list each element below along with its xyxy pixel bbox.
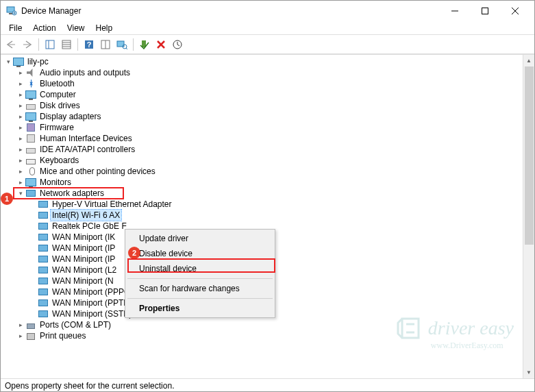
computer-icon bbox=[25, 89, 36, 100]
expand-icon[interactable]: ▸ bbox=[16, 177, 25, 188]
tree-category[interactable]: ▸Display adapters bbox=[3, 111, 534, 122]
tree-category[interactable]: ▸Monitors bbox=[3, 177, 534, 188]
network-adapter-icon bbox=[38, 308, 49, 319]
network-adapter-icon bbox=[38, 221, 49, 232]
tree-category[interactable]: ▸Human Interface Devices bbox=[3, 133, 534, 144]
menubar: File Action View Help bbox=[1, 21, 534, 35]
tree-device-label: WAN Miniport (IP bbox=[51, 254, 116, 265]
context-menu-scan-hardware[interactable]: Scan for hardware changes bbox=[127, 281, 273, 296]
update-driver-button[interactable] bbox=[170, 37, 185, 52]
expand-icon[interactable]: ▸ bbox=[16, 133, 25, 144]
tree-category-label: Monitors bbox=[38, 177, 73, 188]
vertical-scrollbar[interactable]: ▲ ▼ bbox=[523, 55, 534, 378]
app-icon bbox=[6, 5, 17, 16]
uninstall-device-button[interactable] bbox=[153, 37, 169, 52]
context-menu-properties[interactable]: Properties bbox=[127, 301, 273, 316]
titlebar: Device Manager bbox=[1, 1, 534, 21]
minimize-button[interactable] bbox=[440, 1, 470, 21]
tree-device-selected[interactable]: Intel(R) Wi-Fi 6 AX bbox=[3, 210, 534, 221]
tree-category-network[interactable]: ▾Network adapters bbox=[3, 188, 534, 199]
tree-category[interactable]: ▸Print queues bbox=[3, 330, 534, 341]
scroll-down-icon[interactable]: ▼ bbox=[523, 367, 534, 378]
scroll-up-icon[interactable]: ▲ bbox=[523, 55, 534, 66]
menu-view[interactable]: View bbox=[62, 22, 90, 34]
expand-icon[interactable]: ▸ bbox=[16, 330, 25, 341]
tree-list-button[interactable] bbox=[98, 37, 113, 52]
expand-icon[interactable]: ▸ bbox=[16, 319, 25, 330]
expand-icon[interactable]: ▸ bbox=[16, 122, 25, 133]
context-menu-uninstall-device[interactable]: Uninstall device bbox=[127, 261, 273, 276]
mouse-icon bbox=[25, 166, 36, 177]
tree-category-label: IDE ATA/ATAPI controllers bbox=[38, 144, 136, 155]
network-adapter-icon bbox=[38, 286, 49, 297]
network-adapter-icon bbox=[38, 232, 49, 243]
help-button[interactable]: ? bbox=[82, 37, 97, 52]
svg-rect-9 bbox=[46, 40, 54, 49]
menu-action[interactable]: Action bbox=[27, 22, 61, 34]
expand-icon[interactable]: ▸ bbox=[16, 67, 25, 78]
content-area: ▾ lily-pc ▸Audio inputs and outputs ▸ᚼBl… bbox=[1, 54, 534, 378]
show-hide-console-button[interactable] bbox=[42, 37, 58, 52]
tree-category[interactable]: ▸IDE ATA/ATAPI controllers bbox=[3, 144, 534, 155]
tree-category[interactable]: ▸Audio inputs and outputs bbox=[3, 67, 534, 78]
expand-icon[interactable]: ▸ bbox=[16, 78, 25, 89]
collapse-icon[interactable]: ▾ bbox=[16, 188, 25, 199]
expand-icon[interactable]: ▸ bbox=[16, 100, 25, 111]
close-button[interactable] bbox=[500, 1, 530, 21]
tree-category-label: Print queues bbox=[38, 330, 87, 341]
sound-icon bbox=[25, 67, 36, 78]
expand-icon[interactable]: ▸ bbox=[16, 111, 25, 122]
maximize-button[interactable] bbox=[470, 1, 500, 21]
tree-category-label: Computer bbox=[38, 89, 77, 100]
statusbar: Opens property sheet for the current sel… bbox=[1, 378, 534, 392]
enable-device-button[interactable] bbox=[137, 37, 152, 52]
network-adapter-icon bbox=[38, 199, 49, 210]
collapse-icon[interactable]: ▾ bbox=[3, 56, 13, 67]
forward-button[interactable] bbox=[20, 37, 35, 52]
context-menu-disable-device[interactable]: Disable device bbox=[127, 246, 273, 261]
toolbar-separator bbox=[77, 38, 78, 51]
tree-device-label: WAN Miniport (SSTP) bbox=[51, 308, 133, 319]
scroll-thumb[interactable] bbox=[525, 66, 534, 245]
chip-icon bbox=[25, 122, 36, 133]
menu-file[interactable]: File bbox=[3, 22, 27, 34]
tree-category[interactable]: ▸Keyboards bbox=[3, 155, 534, 166]
network-adapter-icon bbox=[38, 297, 49, 308]
network-icon bbox=[25, 188, 36, 199]
context-menu-update-driver[interactable]: Update driver bbox=[127, 231, 273, 246]
hid-icon bbox=[25, 133, 36, 144]
properties-button[interactable] bbox=[59, 37, 74, 52]
svg-line-21 bbox=[126, 48, 127, 49]
tree-category-label: Bluetooth bbox=[38, 78, 76, 89]
drive-icon bbox=[25, 100, 36, 111]
network-adapter-icon bbox=[38, 265, 49, 275]
bluetooth-icon: ᚼ bbox=[25, 78, 36, 89]
tree-category[interactable]: ▸Mice and other pointing devices bbox=[3, 166, 534, 177]
tree-root-label: lily-pc bbox=[26, 56, 50, 67]
tree-category[interactable]: ▸Firmware bbox=[3, 122, 534, 133]
tree-category[interactable]: ▸ᚼBluetooth bbox=[3, 78, 534, 89]
network-adapter-icon bbox=[38, 210, 49, 221]
scan-hardware-button[interactable] bbox=[114, 37, 129, 52]
tree-category-label: Human Interface Devices bbox=[38, 133, 134, 144]
tree-device-label: WAN Miniport (N bbox=[51, 275, 115, 286]
expand-icon[interactable]: ▸ bbox=[16, 166, 25, 177]
tree-root[interactable]: ▾ lily-pc bbox=[3, 56, 534, 67]
tree-category[interactable]: ▸Computer bbox=[3, 89, 534, 100]
expand-icon[interactable]: ▸ bbox=[16, 89, 25, 100]
svg-rect-1 bbox=[9, 13, 12, 14]
tree-category[interactable]: ▸Disk drives bbox=[3, 100, 534, 111]
expand-icon[interactable]: ▸ bbox=[16, 155, 25, 166]
tree-device[interactable]: Hyper-V Virtual Ethernet Adapter bbox=[3, 199, 534, 210]
network-adapter-icon bbox=[38, 275, 49, 286]
toolbar: ? bbox=[1, 35, 534, 54]
network-adapter-icon bbox=[38, 243, 49, 254]
tree-category-label: Keyboards bbox=[38, 155, 80, 166]
printer-icon bbox=[25, 330, 36, 341]
toolbar-separator bbox=[133, 38, 134, 51]
expand-icon[interactable]: ▸ bbox=[16, 144, 25, 155]
tree-category[interactable]: ▸Ports (COM & LPT) bbox=[3, 319, 534, 330]
context-menu-separator bbox=[127, 278, 273, 279]
menu-help[interactable]: Help bbox=[90, 22, 119, 34]
back-button[interactable] bbox=[3, 37, 18, 52]
